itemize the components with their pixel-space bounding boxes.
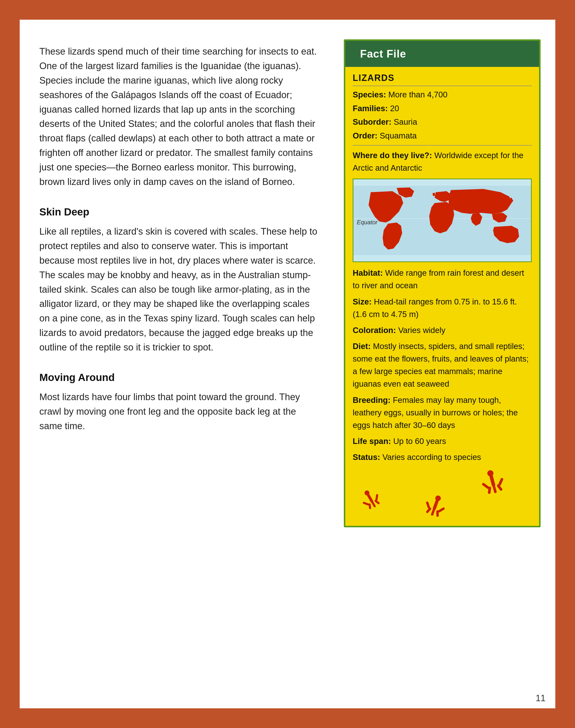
breeding-label: Breeding:	[353, 395, 391, 405]
families-value: 20	[390, 104, 399, 113]
svg-line-7	[376, 500, 378, 504]
lifespan-row: Life span: Up to 60 years	[353, 435, 532, 447]
svg-line-5	[368, 505, 371, 508]
species-label: Species:	[353, 90, 386, 99]
diet-label: Diet:	[353, 342, 371, 351]
where-live-row: Where do they live?: Worldwide except fo…	[353, 149, 532, 174]
suborder-row: Suborder: Sauria	[353, 116, 532, 128]
coloration-label: Coloration:	[353, 326, 396, 335]
intro-paragraph: These lizards spend much of their time s…	[39, 44, 319, 189]
size-value: Head-tail ranges from 0.75 in. to 15.6 f…	[353, 297, 517, 319]
status-row: Status: Varies according to species	[353, 451, 532, 463]
diet-value: Mostly insects, spiders, and small repti…	[353, 342, 529, 388]
size-row: Size: Head-tail ranges from 0.75 in. to …	[353, 296, 532, 320]
size-label: Size:	[353, 297, 372, 306]
fact-file-title: LIZARDS	[353, 73, 532, 86]
families-label: Families:	[353, 104, 388, 113]
page: These lizards spend much of their time s…	[20, 20, 555, 708]
skin-deep-heading: Skin Deep	[39, 204, 319, 220]
coloration-value: Varies widely	[398, 326, 445, 335]
skin-deep-section: Skin Deep Like all reptiles, a lizard's …	[39, 204, 319, 355]
svg-line-12	[427, 508, 430, 513]
suborder-value: Sauria	[394, 117, 417, 127]
habitat-label: Habitat:	[353, 268, 383, 277]
svg-line-19	[488, 488, 491, 493]
map-svg	[353, 179, 531, 262]
left-column: These lizards spend much of their time s…	[20, 20, 334, 708]
lizard-tracks	[353, 467, 532, 521]
svg-line-15	[439, 508, 443, 512]
svg-line-22	[499, 479, 503, 485]
fact-file-box: Fact File LIZARDS Species: More than 4,7…	[344, 39, 541, 527]
habitat-row: Habitat: Wide range from rain forest and…	[353, 267, 532, 292]
page-number: 11	[536, 693, 545, 703]
status-value: Varies according to species	[382, 453, 481, 462]
fact-file-header: Fact File	[353, 44, 414, 64]
svg-rect-17	[489, 475, 496, 487]
skin-deep-body: Like all reptiles, a lizard's skin is co…	[39, 224, 319, 355]
svg-line-20	[494, 487, 496, 492]
lifespan-value: Up to 60 years	[393, 437, 446, 446]
species-value: More than 4,700	[388, 90, 447, 99]
suborder-label: Suborder:	[353, 117, 392, 127]
equator-label: Equator	[357, 219, 377, 226]
lifespan-label: Life span:	[353, 437, 391, 446]
svg-line-4	[364, 501, 368, 506]
fact-file-header-wrap: Fact File	[345, 41, 539, 67]
order-row: Order: Squamata	[353, 130, 532, 142]
tracks-svg	[353, 469, 532, 521]
right-column: Fact File LIZARDS Species: More than 4,7…	[334, 20, 555, 708]
order-label: Order:	[353, 131, 377, 140]
svg-line-18	[483, 483, 488, 488]
moving-around-heading: Moving Around	[39, 370, 319, 385]
status-label: Status:	[353, 453, 380, 462]
map-container: Equator	[353, 179, 532, 262]
svg-line-21	[498, 485, 501, 490]
fact-file-content: LIZARDS Species: More than 4,700 Familie…	[345, 67, 539, 526]
moving-around-section: Moving Around Most lizards have four lim…	[39, 370, 319, 434]
svg-line-13	[432, 510, 434, 515]
breeding-row: Breeding: Females may lay many tough, le…	[353, 394, 532, 431]
moving-around-body: Most lizards have four limbs that point …	[39, 390, 319, 434]
divider-1	[353, 145, 532, 146]
order-value: Squamata	[380, 131, 417, 140]
svg-line-6	[373, 503, 375, 507]
svg-line-8	[375, 495, 379, 499]
families-row: Families: 20	[353, 102, 532, 115]
svg-rect-10	[432, 499, 439, 511]
coloration-row: Coloration: Varies widely	[353, 324, 532, 337]
svg-line-11	[426, 503, 430, 508]
where-live-label: Where do they live?:	[353, 151, 432, 160]
species-row: Species: More than 4,700	[353, 89, 532, 101]
diet-row: Diet: Mostly insects, spiders, and small…	[353, 340, 532, 390]
